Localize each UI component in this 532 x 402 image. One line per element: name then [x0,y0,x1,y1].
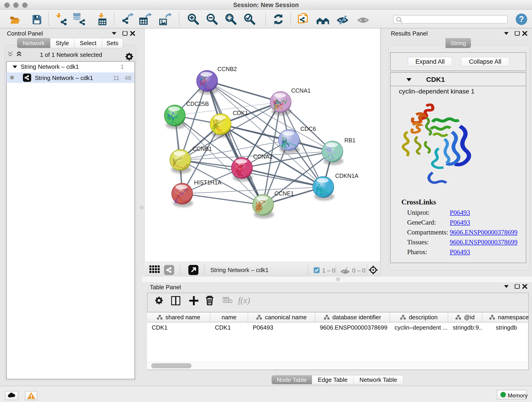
svg-text:RB1: RB1 [344,137,355,143]
svg-text:CDC25B: CDC25B [186,101,209,107]
svg-text:HIST1H1A: HIST1H1A [194,179,222,186]
svg-text:CCNA1: CCNA1 [291,87,311,94]
svg-text:CCNE1: CCNE1 [274,190,294,197]
svg-text:CCNA2: CCNA2 [253,153,273,160]
svg-text:CDK1: CDK1 [233,110,248,116]
svg-text:CCNB1: CCNB1 [192,146,212,152]
svg-text:CDC6: CDC6 [300,126,316,132]
svg-text:CCNB2: CCNB2 [217,66,237,72]
svg-text:CDKN1A: CDKN1A [335,172,359,179]
